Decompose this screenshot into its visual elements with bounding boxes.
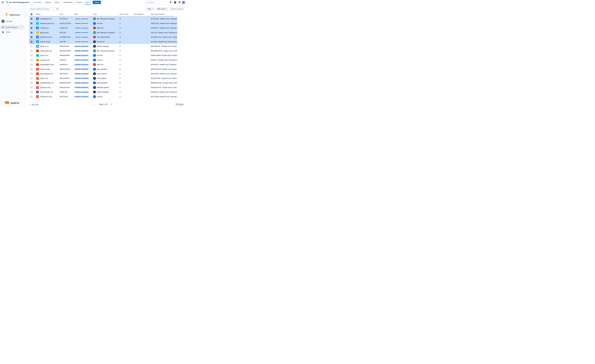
issue-type-scheme-cell: ACTDGZG: Simple Issue Tracking I... (150, 17, 177, 21)
user-avatar[interactable]: JR (182, 1, 185, 4)
go-back-button[interactable]: Go back (1, 20, 12, 23)
row-checkbox[interactable]: ✓ (31, 41, 32, 42)
project-name[interactable]: Juupobejani Inc. (40, 18, 52, 20)
project-name[interactable]: Susiok Group (40, 41, 50, 43)
global-search-input[interactable] (146, 1, 167, 4)
project-name[interactable]: Marketing Team v2 (40, 22, 54, 24)
column-header-name[interactable]: Name (34, 13, 59, 15)
row-checkbox[interactable] (31, 73, 32, 75)
table-row[interactable]: ⚒Hovzu GroupBKPGVHNLBCOMPANY MANAGEDTtah… (29, 67, 177, 72)
column-header-issue-count[interactable]: Issue Count (119, 13, 133, 15)
bulk-action-button[interactable]: Bulk action▼ (156, 7, 169, 11)
row-checkbox[interactable] (31, 59, 32, 61)
row-checkbox[interactable] (31, 77, 32, 79)
view-button[interactable]: View▼ (146, 7, 155, 11)
column-header-last-updated[interactable]: Last Updated (133, 13, 150, 15)
project-name[interactable]: Jebiz & Co. (40, 77, 49, 79)
table-row[interactable]: ≡Etamubazjod Ltd.BKSTRXQCOMPANY MANAGEDJ… (29, 71, 177, 76)
row-checkbox[interactable]: ✓ (31, 18, 32, 20)
row-checkbox[interactable]: ✓ (31, 23, 32, 24)
project-name[interactable]: Tuthooj Ltd. (40, 27, 49, 29)
topnav-item-dashboards[interactable]: Dashboards▼ (62, 0, 75, 5)
optimizer-logo: Optimizer (5, 12, 20, 17)
table-row[interactable]: ◉Tujifunekbel Ltd.BGJORMYROICOMPANY MANA… (29, 49, 177, 53)
project-name[interactable]: Apoju & Co. (40, 45, 49, 47)
topnav-item-projects[interactable]: Projects▼ (44, 0, 54, 5)
sort-icon[interactable] (144, 14, 145, 15)
project-name[interactable]: Kihujlufuw Corp. (40, 36, 52, 38)
row-checkbox[interactable] (31, 55, 32, 56)
notifications-button[interactable] (169, 1, 172, 4)
jira-logo-icon[interactable] (6, 1, 8, 4)
sidebar-item-active-projects[interactable]: Active Projects (0, 25, 25, 29)
sort-icon[interactable] (129, 14, 130, 15)
row-checkbox[interactable] (31, 50, 32, 52)
lead-avatar: BW (93, 17, 96, 20)
issue-type-scheme-cell: BKSTRXQ: Simple Issue Tracking I... (150, 71, 177, 76)
table-row[interactable]: ✓☁Tuthooj Ltd.ASOEGYACOMPANY MANAGEDPpha… (29, 26, 177, 30)
row-checkbox[interactable] (31, 45, 32, 47)
table-row[interactable]: ◉Zafuczi Inc.BHWSUMRNCOMPANY MANAGEDEeva… (29, 53, 177, 58)
row-checkbox[interactable] (31, 87, 32, 88)
project-lead-cell: BWBen Warwick-Champion (92, 17, 119, 21)
table-row[interactable]: ⚒Josjanro Corp.BNVSKAYOILCOMPANY MANAGED… (29, 85, 177, 90)
sort-icon[interactable] (63, 14, 64, 15)
topnav-item-people[interactable]: People▼ (75, 0, 84, 5)
settings-button[interactable] (178, 1, 181, 4)
table-row[interactable]: ✓☁Susiok GroupAYLFJRCOMPANY MANAGEDFfran… (29, 40, 177, 44)
project-search-input[interactable] (29, 7, 59, 11)
topnav-menu: Your work▼Projects▼Filters▼Dashboards▼Pe… (32, 0, 92, 5)
previous-page-button[interactable] (94, 103, 96, 105)
project-name[interactable]: Josjanro Corp. (40, 87, 51, 89)
row-checkbox[interactable] (31, 82, 32, 84)
sidebar-collapse-button[interactable] (24, 14, 27, 17)
table-row[interactable]: ✓▲Juupobejani Inc.ACTDGZGCOMPANY MANAGED… (29, 17, 177, 21)
style-badge: COMPANY MANAGED (74, 22, 89, 24)
table-row[interactable]: ▤Jinaceara Inc.BIRKIVXCOMPANY MANAGEDEev… (29, 58, 177, 62)
table-row[interactable]: ◖Vensazofojku Ltd.BOMKUBCOMPANY MANAGEDZ… (29, 90, 177, 94)
export-button[interactable]: Export (175, 103, 185, 106)
table-row[interactable]: ▢Fiheluohvuc Ltd.BPTVEPWCOMPANY MANAGEDE… (29, 94, 177, 99)
project-name[interactable]: Etamubazjod Ltd. (40, 73, 53, 75)
project-name[interactable]: Vensazofojku Ltd. (40, 91, 53, 93)
chevron-left-icon (25, 14, 27, 16)
table-row[interactable]: ✓☁Kihujlufuw Corp.AUTMOVYGSCOMPANY MANAG… (29, 35, 177, 40)
project-name[interactable]: Hovzu Group (40, 68, 50, 70)
column-header-key[interactable]: Key (59, 13, 73, 15)
table-row[interactable]: ✓⚑Agfo GroupASULSFCOMPANY MANAGEDBWBen W… (29, 30, 177, 35)
project-name[interactable]: Agfo Group (40, 32, 49, 34)
row-checkbox[interactable]: ✓ (31, 27, 32, 29)
sort-icon[interactable] (41, 14, 42, 15)
next-page-button[interactable] (111, 103, 112, 105)
row-checkbox-cell: ✓ (29, 21, 34, 26)
lead-avatar: F (93, 40, 96, 43)
row-checkbox[interactable] (31, 91, 32, 93)
row-checkbox[interactable] (31, 68, 32, 70)
row-checkbox[interactable]: ✓ (31, 36, 32, 38)
sidebar-item-trash[interactable]: Trash (0, 30, 25, 34)
topnav-item-apps[interactable]: Apps▼ (84, 0, 92, 5)
table-row[interactable]: ▣Nelgutagaful Corp.BKNPDDTCOMPANY MANAGE… (29, 62, 177, 67)
project-name[interactable]: Tujifunekbel Ltd. (40, 50, 52, 52)
help-button[interactable]: ? (173, 1, 177, 4)
topnav-item-filters[interactable]: Filters▼ (54, 0, 62, 5)
table-row[interactable]: ◉Uletefojakukig Ltd.BMBNFBSVKZCOMPANY MA… (29, 81, 177, 85)
create-button[interactable]: Create (93, 1, 101, 4)
table-row[interactable]: ☎Apoju & Co.BDPIORCRLCOMPANY MANAGEDZzla… (29, 44, 177, 49)
project-name[interactable]: Zafuczi Inc. (40, 55, 49, 56)
topnav-item-your-work[interactable]: Your work▼ (32, 0, 44, 5)
row-checkbox[interactable] (31, 64, 32, 65)
row-checkbox[interactable]: ✓ (31, 32, 32, 33)
row-checkbox[interactable] (31, 96, 32, 97)
project-name[interactable]: Uletefojakukig Ltd. (40, 82, 54, 84)
app-switcher-icon[interactable] (1, 1, 4, 3)
project-name[interactable]: Nelgutagaful Corp. (40, 64, 54, 66)
table-row[interactable]: ☰Jebiz & Co.BKZZJHPPKCOMPANY MANAGEDOoma… (29, 76, 177, 81)
project-name[interactable]: Jinaceara Inc. (40, 59, 50, 61)
table-row[interactable]: ✓◎Marketing Team v2AEOTLOQTFGCOMPANY MAN… (29, 21, 177, 26)
select-all-checkbox[interactable]: ✓ (31, 14, 32, 15)
issue-type-scheme-cell: BDPIORCRL: Simple Issue Trackin... (150, 44, 177, 49)
lead-name: fran.perez (97, 41, 104, 43)
project-name[interactable]: Fiheluohvuc Ltd. (40, 96, 52, 98)
clear-search-icon[interactable] (57, 8, 58, 10)
